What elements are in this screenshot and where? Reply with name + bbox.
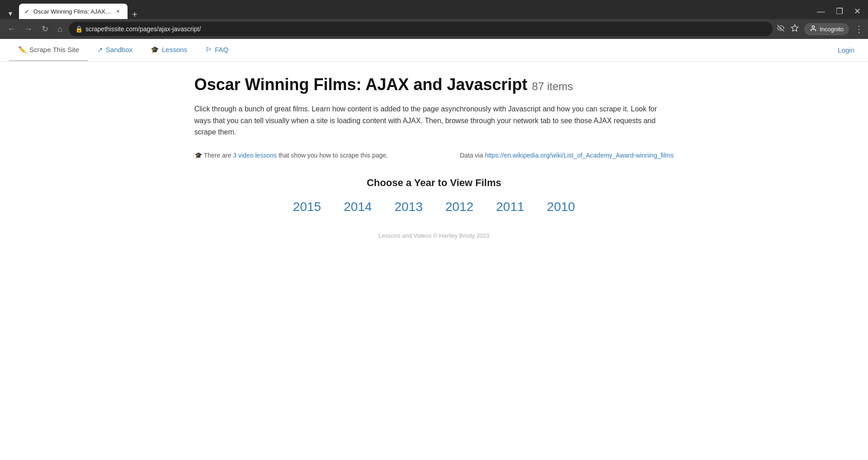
- svg-point-2: [812, 26, 815, 28]
- page-title-text: Oscar Winning Films: AJAX and Javascript: [194, 75, 528, 94]
- tab-list-button[interactable]: ▼: [4, 8, 17, 19]
- browser-menu-button[interactable]: ⋮: [854, 24, 863, 34]
- page-content: ✏️ Scrape This Site ↗ Sandbox 🎓 Lessons …: [0, 39, 868, 460]
- security-icon: 🔒: [75, 25, 83, 33]
- flag-icon: 🏳: [205, 46, 212, 53]
- address-bar-row: ← → ↻ ⌂ 🔒: [0, 19, 868, 39]
- new-tab-button[interactable]: +: [129, 10, 140, 19]
- nav-login[interactable]: Login: [833, 39, 859, 61]
- active-tab[interactable]: ✓ Oscar Winning Films: AJAX and ×: [19, 4, 128, 19]
- nav-scrape-this-site[interactable]: ✏️ Scrape This Site: [9, 39, 88, 61]
- meta-right: Data via https://en.wikipedia.org/wiki/L…: [460, 152, 674, 159]
- incognito-button[interactable]: Incognito: [804, 23, 849, 35]
- eye-off-icon[interactable]: [776, 24, 785, 34]
- refresh-button[interactable]: ↻: [39, 23, 51, 35]
- nav-sandbox-label: Sandbox: [106, 46, 133, 53]
- address-input[interactable]: [85, 25, 766, 33]
- tab-bar: ▼ ✓ Oscar Winning Films: AJAX and × + — …: [0, 0, 868, 19]
- year-links: 201520142013201220112010: [194, 200, 674, 214]
- nav-scrape-label: Scrape This Site: [29, 46, 79, 53]
- tab-title: Oscar Winning Films: AJAX and: [33, 8, 111, 15]
- footer: Lessons and Videos © Hartley Brody 2023: [194, 214, 674, 248]
- lessons-prefix: There are: [204, 152, 232, 159]
- forward-button[interactable]: →: [22, 24, 35, 35]
- graduation-cap-icon: 🎓: [194, 152, 202, 159]
- browser-chrome: ▼ ✓ Oscar Winning Films: AJAX and × + — …: [0, 0, 868, 39]
- nav-spacer: [237, 39, 833, 61]
- year-section: Choose a Year to View Films 201520142013…: [194, 177, 674, 214]
- year-link[interactable]: 2014: [344, 200, 372, 214]
- pencil-icon: ✏️: [18, 46, 27, 54]
- nav-lessons[interactable]: 🎓 Lessons: [142, 39, 196, 61]
- year-link[interactable]: 2011: [496, 200, 524, 214]
- item-count: 87 items: [532, 80, 573, 92]
- nav-faq[interactable]: 🏳 FAQ: [196, 39, 237, 61]
- maximize-button[interactable]: ❐: [832, 5, 847, 17]
- svg-marker-1: [792, 25, 798, 31]
- year-link[interactable]: 2013: [394, 200, 422, 214]
- nav-lessons-label: Lessons: [162, 46, 187, 53]
- year-link[interactable]: 2010: [547, 200, 575, 214]
- address-bar-container: 🔒: [69, 22, 773, 36]
- minimize-button[interactable]: —: [813, 6, 829, 17]
- incognito-label: Incognito: [820, 26, 844, 33]
- close-window-button[interactable]: ✕: [850, 5, 864, 17]
- wikipedia-link[interactable]: https://en.wikipedia.org/wiki/List_of_Ac…: [485, 152, 674, 159]
- data-prefix: Data via: [460, 152, 483, 159]
- site-nav: ✏️ Scrape This Site ↗ Sandbox 🎓 Lessons …: [0, 39, 868, 62]
- meta-left: 🎓 There are 3 video lessons that show yo…: [194, 152, 388, 159]
- incognito-icon: [810, 25, 817, 34]
- window-controls: — ❐ ✕: [813, 5, 864, 19]
- tab-favicon: ✓: [24, 8, 31, 14]
- lessons-icon: 🎓: [151, 46, 159, 54]
- nav-sandbox[interactable]: ↗ Sandbox: [88, 39, 142, 61]
- page-title: Oscar Winning Films: AJAX and Javascript…: [194, 75, 674, 94]
- bookmark-star-icon[interactable]: [791, 24, 799, 34]
- video-lessons-link[interactable]: 3 video lessons: [233, 152, 277, 159]
- page-description: Click through a bunch of great films. Le…: [194, 103, 674, 138]
- year-link[interactable]: 2012: [446, 200, 474, 214]
- main-content: Oscar Winning Films: AJAX and Javascript…: [185, 62, 683, 262]
- home-button[interactable]: ⌂: [55, 24, 65, 35]
- meta-row: 🎓 There are 3 video lessons that show yo…: [194, 152, 674, 159]
- lessons-suffix: that show you how to scrape this page.: [279, 152, 388, 159]
- nav-faq-label: FAQ: [215, 46, 228, 53]
- browser-actions: Incognito ⋮: [776, 23, 863, 35]
- year-section-title: Choose a Year to View Films: [194, 177, 674, 189]
- back-button[interactable]: ←: [5, 24, 18, 35]
- tab-close-button[interactable]: ×: [114, 7, 122, 15]
- year-link[interactable]: 2015: [293, 200, 321, 214]
- sandbox-icon: ↗: [97, 46, 103, 54]
